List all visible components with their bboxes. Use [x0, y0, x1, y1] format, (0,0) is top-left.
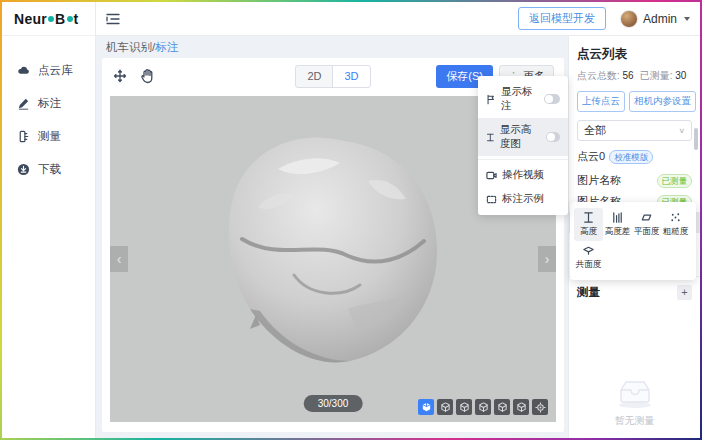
- tool-label: 高度差: [605, 226, 631, 238]
- calibration-template-tag: 校准模版: [609, 150, 653, 164]
- top-header: 返回模型开发 Admin: [96, 2, 700, 36]
- example-frame-icon: [486, 194, 497, 205]
- breadcrumb-parent: 机车识别: [106, 41, 152, 53]
- menu-item-label: 显示高度图: [500, 123, 541, 151]
- breadcrumb-current[interactable]: 标注: [155, 41, 178, 53]
- show-annotations-toggle[interactable]: [544, 94, 560, 104]
- video-icon: [486, 170, 497, 181]
- sidebar-item-label: 点云库: [38, 63, 73, 78]
- page-counter: 30/300: [304, 395, 363, 412]
- measure-title: 测量: [577, 285, 600, 300]
- view-cube-left-button[interactable]: [456, 399, 472, 415]
- view-orientation-buttons: [418, 399, 548, 415]
- image-list-item[interactable]: 图片名称 已测量: [569, 170, 700, 191]
- menu-item-label: 标注示例: [502, 192, 544, 206]
- avatar: [620, 10, 638, 28]
- measure-tool-popover: 高度 高度差 平面度 粗糙度 共面度: [570, 202, 696, 280]
- upload-pointcloud-button[interactable]: 上传点云: [577, 91, 625, 112]
- ruler-icon: [17, 130, 30, 143]
- canvas-tools: [112, 68, 155, 84]
- pointcloud-stats: 点云总数: 56 已测量: 30: [577, 69, 692, 83]
- move-tool-icon[interactable]: [112, 68, 128, 84]
- add-measure-button[interactable]: +: [677, 285, 692, 300]
- height-tool-icon: [582, 211, 595, 224]
- tool-height[interactable]: 高度: [574, 208, 603, 241]
- empty-tray-icon: [613, 376, 657, 410]
- sidebar-item-pointcloud-library[interactable]: 点云库: [2, 54, 95, 87]
- view-cube-top-button[interactable]: [437, 399, 453, 415]
- menu-item-annotation-example[interactable]: 标注示例: [478, 187, 568, 211]
- tool-flatness[interactable]: 平面度: [632, 208, 661, 241]
- camera-intrinsics-button[interactable]: 相机内参设置: [629, 91, 696, 112]
- app-window: NeurBt 点云库 标注 测量 下载 返回模型开发: [2, 2, 700, 438]
- download-icon: [17, 163, 30, 176]
- menu-item-show-heightmap[interactable]: 显示高度图: [478, 118, 568, 156]
- screenshot-frame: NeurBt 点云库 标注 测量 下载 返回模型开发: [0, 0, 702, 440]
- view-cube-back-button[interactable]: [494, 399, 510, 415]
- menu-item-show-annotations[interactable]: 显示标注: [478, 80, 568, 118]
- chevron-down-icon: ∨: [678, 127, 685, 135]
- view-cube-right-button[interactable]: [475, 399, 491, 415]
- roughness-tool-icon: [669, 211, 682, 224]
- coplanarity-tool-icon: [582, 244, 595, 257]
- more-dropdown-menu: 显示标注 显示高度图 操作视频 标注示例: [478, 76, 568, 215]
- image-name: 图片名称: [577, 173, 621, 188]
- tool-label: 共面度: [576, 259, 602, 271]
- back-to-model-dev-button[interactable]: 返回模型开发: [518, 7, 606, 30]
- pen-icon: [17, 97, 30, 110]
- height-diff-tool-icon: [611, 211, 624, 224]
- chevron-left-icon: ‹: [117, 251, 122, 267]
- panel-title: 点云列表: [577, 46, 692, 63]
- group-name: 点云0: [577, 149, 605, 164]
- sidebar-item-label: 下载: [38, 162, 61, 177]
- cloud-icon: [17, 64, 30, 77]
- flag-icon: [486, 94, 496, 105]
- logo-part: t: [74, 11, 79, 27]
- tool-label: 粗糙度: [663, 226, 689, 238]
- hand-tool-icon[interactable]: [140, 68, 155, 84]
- sidebar-item-annotation[interactable]: 标注: [2, 87, 95, 120]
- total-value: 56: [623, 70, 634, 81]
- tool-height-diff[interactable]: 高度差: [603, 208, 632, 241]
- sidebar-item-label: 测量: [38, 129, 61, 144]
- empty-state-text: 暂无测量: [615, 414, 655, 428]
- chevron-right-icon: ›: [545, 251, 550, 267]
- user-menu[interactable]: Admin: [620, 10, 690, 28]
- prev-arrow-button[interactable]: ‹: [110, 246, 128, 272]
- menu-item-label: 操作视频: [502, 168, 544, 182]
- logo-text: NeurBt: [14, 11, 79, 27]
- measured-value: 30: [675, 70, 686, 81]
- view-cube-bottom-button[interactable]: [513, 399, 529, 415]
- show-heightmap-toggle[interactable]: [546, 132, 560, 142]
- panel-buttons: 上传点云 相机内参设置: [577, 91, 692, 112]
- next-arrow-button[interactable]: ›: [538, 246, 556, 272]
- logo-part: Neur: [14, 11, 47, 27]
- logo[interactable]: NeurBt: [2, 2, 95, 36]
- total-label: 点云总数:: [577, 70, 620, 81]
- filter-select[interactable]: 全部 ∨: [577, 120, 692, 141]
- collapse-sidebar-icon[interactable]: [106, 13, 120, 25]
- recenter-view-button[interactable]: [532, 399, 548, 415]
- mode-2d-button[interactable]: 2D: [296, 66, 333, 87]
- list-scrollbar[interactable]: [694, 128, 698, 150]
- sidebar-item-download[interactable]: 下载: [2, 153, 95, 186]
- sidebar-item-label: 标注: [38, 96, 61, 111]
- pointcloud-group[interactable]: 点云0 校准模版: [577, 149, 692, 164]
- tooth-mesh[interactable]: [198, 129, 468, 379]
- tool-label: 高度: [580, 226, 597, 238]
- menu-item-tutorial-video[interactable]: 操作视频: [478, 163, 568, 187]
- view-mode-switch: 2D 3D: [295, 65, 371, 88]
- view-cube-front-button[interactable]: [418, 399, 434, 415]
- menu-divider: [478, 159, 568, 160]
- empty-state: 暂无测量: [569, 376, 700, 428]
- tool-roughness[interactable]: 粗糙度: [661, 208, 690, 241]
- sidebar: NeurBt 点云库 标注 测量 下载: [2, 2, 96, 438]
- chevron-down-icon: [684, 17, 690, 21]
- sidebar-item-measure[interactable]: 测量: [2, 120, 95, 153]
- user-name: Admin: [643, 12, 677, 26]
- tool-label: 平面度: [634, 226, 660, 238]
- mode-3d-button[interactable]: 3D: [333, 66, 370, 87]
- measured-tag: 已测量: [657, 174, 693, 188]
- tool-coplanarity[interactable]: 共面度: [574, 241, 603, 274]
- gear-o-icon: [67, 16, 73, 22]
